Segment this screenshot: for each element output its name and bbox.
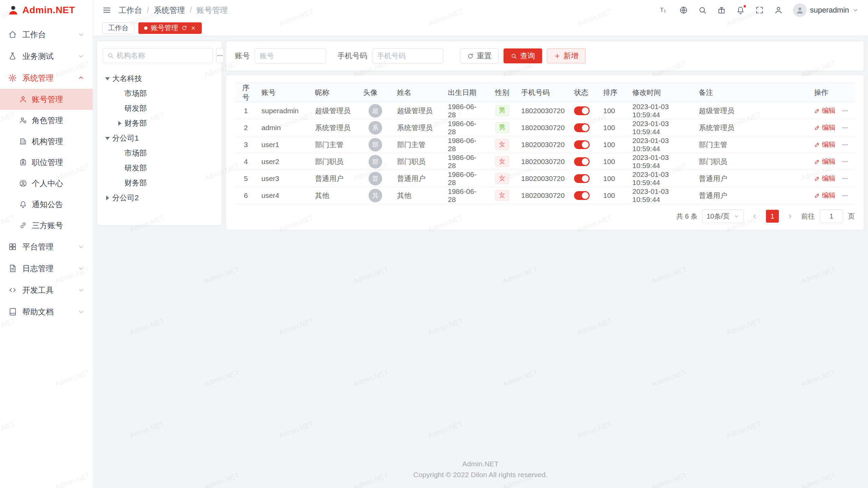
page-size-select[interactable]: 10条/页 — [702, 209, 744, 223]
phone-input[interactable] — [372, 48, 443, 63]
org-search-box — [103, 48, 213, 63]
font-size-icon[interactable]: Tt — [659, 6, 669, 15]
caret-down-icon[interactable] — [103, 137, 112, 140]
cell-nickname: 普通用户 — [310, 170, 358, 187]
goto-page-input[interactable] — [820, 209, 843, 223]
link-icon — [19, 221, 27, 229]
chevron-down-icon — [78, 53, 84, 60]
code-icon — [8, 286, 17, 294]
fullscreen-icon[interactable] — [755, 6, 764, 15]
account-input[interactable] — [255, 48, 326, 63]
profile-icon[interactable] — [774, 6, 783, 15]
edit-button[interactable]: 编辑 — [814, 174, 835, 183]
sidebar-item-workbench[interactable]: 工作台 — [0, 24, 93, 45]
sidebar-item-help-docs[interactable]: 帮助文档 — [0, 301, 93, 323]
status-toggle[interactable] — [574, 191, 590, 200]
notification-bell-icon[interactable] — [736, 6, 745, 15]
caret-right-icon[interactable] — [103, 196, 112, 200]
status-toggle[interactable] — [574, 123, 590, 132]
more-actions-button[interactable] — [842, 175, 848, 182]
column-header-nickname: 昵称 — [310, 83, 358, 102]
tree-node-label: 大名科技 — [112, 74, 142, 84]
edit-button[interactable]: 编辑 — [814, 140, 835, 149]
org-more-button[interactable] — [216, 48, 224, 63]
cell-order: 100 — [598, 119, 628, 136]
more-actions-button[interactable] — [842, 124, 848, 131]
cell-account: user2 — [257, 153, 310, 170]
language-icon[interactable] — [679, 6, 688, 15]
sidebar-item-system[interactable]: 系统管理 — [0, 67, 93, 89]
status-toggle[interactable] — [574, 157, 590, 166]
gear-icon — [8, 74, 17, 82]
sidebar-item-personal-center[interactable]: 个人中心 — [0, 173, 93, 194]
tree-node[interactable]: 大名科技 — [103, 71, 216, 86]
sidebar-item-devtools[interactable]: 开发工具 — [0, 279, 93, 301]
breadcrumb-item[interactable]: 系统管理 — [154, 5, 185, 16]
add-button[interactable]: 新增 — [547, 48, 586, 63]
sidebar-item-account-mgmt[interactable]: 账号管理 — [0, 89, 93, 110]
cell-gender: 男 — [488, 119, 516, 136]
cell-remark: 部门职员 — [694, 153, 809, 170]
add-label: 新增 — [564, 51, 578, 61]
chevron-down-icon — [78, 265, 84, 272]
caret-down-icon[interactable] — [103, 77, 112, 80]
app-logo[interactable]: Admin.NET — [0, 0, 93, 20]
close-icon[interactable] — [191, 25, 196, 31]
caret-right-icon[interactable] — [115, 121, 124, 126]
sidebar-item-role-mgmt[interactable]: 角色管理 — [0, 110, 93, 131]
tree-node-label: 分公司1 — [112, 133, 139, 143]
more-actions-button[interactable] — [842, 107, 848, 114]
tree-node[interactable]: 市场部 — [103, 86, 216, 101]
refresh-icon[interactable] — [181, 25, 187, 31]
sidebar-item-platform[interactable]: 平台管理 — [0, 236, 93, 258]
sidebar-item-org-mgmt[interactable]: 机构管理 — [0, 131, 93, 152]
edit-button[interactable]: 编辑 — [814, 157, 835, 166]
tree-node[interactable]: 财务部 — [103, 116, 216, 131]
hamburger-menu-icon[interactable] — [102, 6, 111, 15]
edit-button[interactable]: 编辑 — [814, 123, 835, 132]
sidebar-item-business-test[interactable]: 业务测试 — [0, 45, 93, 67]
cell-phone: 18020030720 — [516, 153, 569, 170]
tree-node-label: 分公司2 — [112, 193, 139, 203]
status-toggle[interactable] — [574, 174, 590, 183]
tree-node[interactable]: 财务部 — [103, 176, 216, 190]
org-search-input[interactable] — [117, 52, 209, 60]
tab-account-mgmt[interactable]: 账号管理 — [138, 22, 202, 34]
edit-button[interactable]: 编辑 — [814, 191, 835, 200]
tree-node-label: 研发部 — [124, 163, 147, 173]
sidebar-item-notice[interactable]: 通知公告 — [0, 194, 93, 215]
cell-gender: 女 — [488, 153, 516, 170]
gender-badge: 女 — [495, 173, 509, 184]
theme-icon[interactable] — [717, 6, 726, 15]
page-number-current[interactable]: 1 — [766, 210, 779, 223]
sidebar-item-label: 三方账号 — [32, 220, 63, 231]
cell-phone: 18020030720 — [516, 102, 569, 119]
phone-label: 手机号码 — [337, 51, 367, 61]
breadcrumb-separator: / — [147, 6, 149, 15]
tree-node[interactable]: 分公司2 — [103, 190, 216, 205]
user-menu[interactable]: superadmin — [793, 3, 859, 17]
tab-workbench[interactable]: 工作台 — [102, 22, 134, 34]
tree-node[interactable]: 分公司1 — [103, 131, 216, 146]
status-toggle[interactable] — [574, 140, 590, 149]
more-actions-button[interactable] — [842, 192, 848, 199]
sidebar-item-logs[interactable]: 日志管理 — [0, 258, 93, 279]
edit-button[interactable]: 编辑 — [814, 106, 835, 115]
more-actions-button[interactable] — [842, 158, 848, 165]
svg-text:T: T — [660, 7, 664, 13]
search-icon[interactable] — [698, 6, 707, 15]
sidebar-item-third-party-account[interactable]: 三方账号 — [0, 215, 93, 236]
search-button[interactable]: 查询 — [504, 48, 542, 63]
next-page-button[interactable] — [784, 210, 796, 223]
cell-phone: 18020030720 — [516, 170, 569, 187]
status-toggle[interactable] — [574, 106, 590, 115]
tree-node[interactable]: 研发部 — [103, 161, 216, 176]
prev-page-button[interactable] — [748, 210, 761, 223]
sidebar-item-position-mgmt[interactable]: 职位管理 — [0, 152, 93, 173]
more-actions-button[interactable] — [842, 141, 848, 148]
footer-title: Admin.NET — [93, 459, 868, 470]
reset-button[interactable]: 重置 — [460, 48, 499, 63]
breadcrumb-item[interactable]: 工作台 — [119, 5, 142, 16]
tree-node[interactable]: 市场部 — [103, 146, 216, 161]
tree-node[interactable]: 研发部 — [103, 101, 216, 116]
